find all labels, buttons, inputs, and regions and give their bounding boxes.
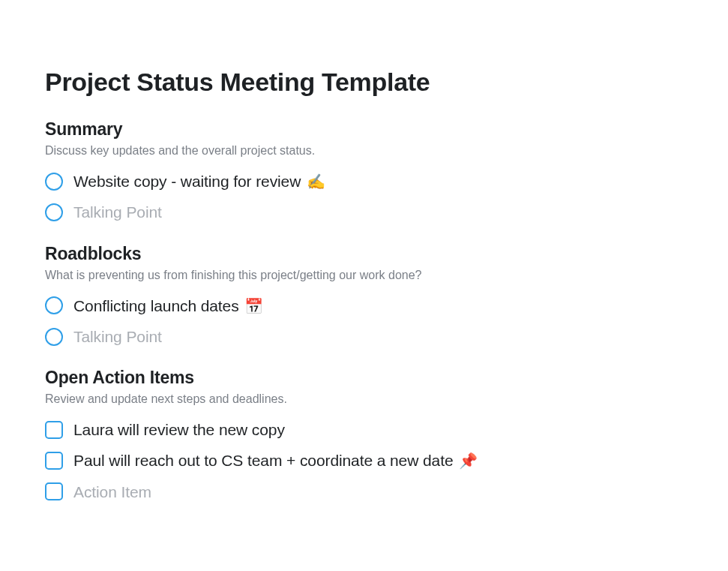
pushpin-icon: 📌 <box>459 452 478 469</box>
writing-hand-icon: ✍️ <box>307 173 325 190</box>
talking-point-row: Talking Point <box>45 326 683 347</box>
action-item-text[interactable]: Paul will reach out to CS team + coordin… <box>73 450 478 470</box>
open-action-items-subtext: Review and update next steps and deadlin… <box>45 392 683 406</box>
talking-point-placeholder[interactable]: Talking Point <box>73 326 162 347</box>
talking-point-row: Website copy - waiting for review ✍️ <box>45 171 683 191</box>
talking-point-placeholder[interactable]: Talking Point <box>73 202 162 222</box>
action-item-row: Laura will review the new copy <box>45 419 683 440</box>
calendar-icon: 📅 <box>244 298 263 314</box>
roadblocks-heading: Roadblocks <box>45 244 683 264</box>
talking-point-row: Conflicting launch dates 📅 <box>45 296 683 316</box>
action-item-row: Paul will reach out to CS team + coordin… <box>45 450 683 470</box>
circle-checkbox-icon[interactable] <box>45 203 63 221</box>
square-checkbox-icon[interactable] <box>45 452 63 470</box>
talking-point-text[interactable]: Website copy - waiting for review ✍️ <box>73 171 325 191</box>
roadblocks-subtext: What is preventing us from finishing thi… <box>45 269 683 282</box>
action-item-placeholder[interactable]: Action Item <box>73 482 151 502</box>
circle-checkbox-icon[interactable] <box>45 173 63 191</box>
summary-heading: Summary <box>45 119 683 140</box>
open-action-items-heading: Open Action Items <box>45 368 683 388</box>
section-roadblocks: Roadblocks What is preventing us from fi… <box>45 244 683 347</box>
talking-point-row: Talking Point <box>45 202 683 222</box>
section-summary: Summary Discuss key updates and the over… <box>45 119 683 223</box>
circle-checkbox-icon[interactable] <box>45 296 63 314</box>
circle-checkbox-icon[interactable] <box>45 328 63 346</box>
page-title: Project Status Meeting Template <box>45 68 683 97</box>
section-open-action-items: Open Action Items Review and update next… <box>45 368 683 502</box>
action-item-text[interactable]: Laura will review the new copy <box>73 419 285 440</box>
square-checkbox-icon[interactable] <box>45 421 63 439</box>
talking-point-text[interactable]: Conflicting launch dates 📅 <box>73 296 263 316</box>
square-checkbox-icon[interactable] <box>45 482 63 500</box>
summary-subtext: Discuss key updates and the overall proj… <box>45 144 683 158</box>
action-item-row: Action Item <box>45 482 683 502</box>
